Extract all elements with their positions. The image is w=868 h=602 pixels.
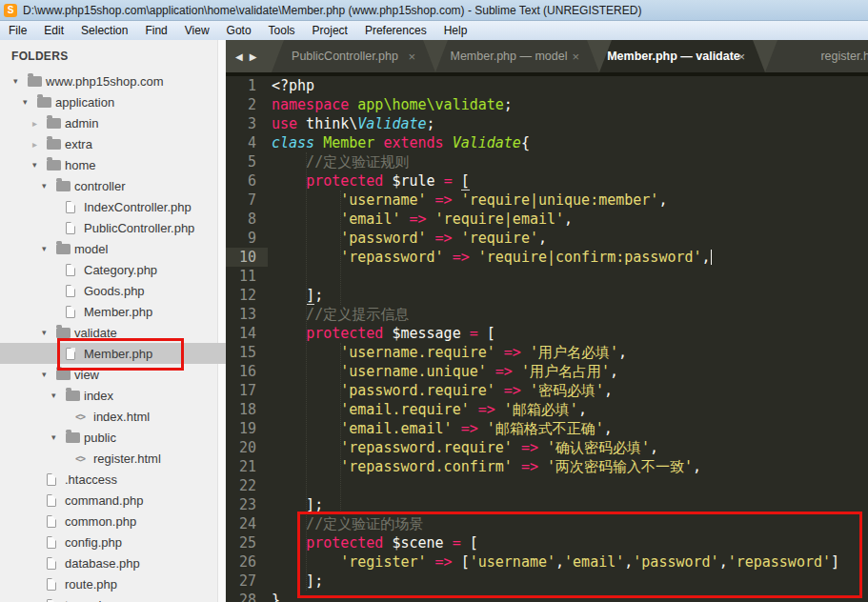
collapse-arrow-icon[interactable]: ▾: [23, 97, 37, 107]
code-line[interactable]: }: [272, 591, 868, 602]
file-icon: [47, 599, 65, 602]
code-line[interactable]: 'email.email' => '邮箱格式不正确',: [272, 419, 868, 438]
line-number: 5: [226, 152, 268, 171]
tree-item-common-php[interactable]: common.php: [0, 511, 226, 532]
code-line[interactable]: 'password' => 'require',: [272, 229, 868, 248]
collapse-arrow-icon[interactable]: ▾: [51, 391, 66, 400]
code-line[interactable]: ];: [272, 495, 868, 514]
title-bar[interactable]: S D:\www.php15shop.com\application\home\…: [0, 0, 868, 21]
collapse-arrow-icon[interactable]: ▾: [13, 76, 28, 86]
tree-item-validate[interactable]: ▾validate: [0, 322, 226, 343]
code-line[interactable]: ];: [272, 572, 868, 591]
tree-item-category-php[interactable]: Category.php: [0, 259, 226, 280]
tab-register-html[interactable]: register.html: [765, 40, 868, 72]
tree-item-public[interactable]: ▾public: [0, 427, 226, 448]
code-line[interactable]: [272, 267, 868, 286]
code-lines[interactable]: <?phpnamespace app\home\validate;use thi…: [272, 76, 868, 602]
line-number: 23: [226, 495, 268, 514]
collapse-arrow-icon[interactable]: ▾: [32, 160, 47, 170]
tree-item-tags-php[interactable]: tags.php: [0, 594, 226, 602]
code-line[interactable]: //定义提示信息: [272, 305, 868, 324]
tab-member-php-validate[interactable]: Member.php — validate×: [599, 40, 765, 72]
tree-item-view[interactable]: ▾view: [0, 364, 226, 385]
code-line[interactable]: ];: [272, 286, 868, 305]
menu-item-find[interactable]: Find: [136, 21, 175, 40]
tree-item-register-html[interactable]: <>register.html: [0, 448, 226, 469]
code-line[interactable]: namespace app\home\validate;: [272, 95, 868, 114]
tree-item-htaccess[interactable]: .htaccess: [0, 469, 226, 490]
menu-item-selection[interactable]: Selection: [72, 21, 136, 40]
folder-icon: [56, 370, 74, 380]
file-icon: [66, 348, 84, 360]
tree-item-index-html[interactable]: <>index.html: [0, 406, 226, 427]
tree-item-controller[interactable]: ▾controller: [0, 175, 226, 196]
code-line[interactable]: protected $message = [: [272, 324, 868, 343]
menu-item-view[interactable]: View: [176, 21, 218, 40]
line-number: 7: [226, 191, 268, 210]
collapse-arrow-icon[interactable]: ▾: [42, 244, 56, 253]
code-line[interactable]: use think\Validate;: [272, 114, 868, 133]
tab-member-php-model[interactable]: Member.php — model×: [435, 40, 599, 72]
tree-item-label: controller: [74, 179, 125, 193]
tree-item-index[interactable]: ▾index: [0, 385, 226, 406]
tab-publiccontroller-php[interactable]: PublicController.php×: [272, 40, 435, 72]
indent-guide: [340, 191, 341, 305]
tree-item-extra[interactable]: ▸extra: [0, 133, 226, 154]
code-line[interactable]: <?php: [272, 76, 868, 95]
tree-item-publiccontroller-php[interactable]: PublicController.php: [0, 217, 226, 238]
code-line[interactable]: [272, 476, 868, 495]
expand-arrow-icon[interactable]: ▸: [32, 118, 47, 129]
tree-item-member-php[interactable]: Member.php: [0, 343, 226, 364]
code-line[interactable]: 'repassword.require' => '确认密码必填',: [272, 438, 868, 457]
expand-arrow-icon[interactable]: ▸: [32, 139, 47, 150]
code-line[interactable]: 'username.require' => '用户名必填',: [272, 343, 868, 362]
menu-item-edit[interactable]: Edit: [35, 21, 72, 40]
code-line[interactable]: 'email' => 'require|email',: [272, 210, 868, 229]
code-line[interactable]: 'password.require' => '密码必填',: [272, 381, 868, 400]
tab-close-icon[interactable]: ×: [572, 50, 579, 63]
tree-item-config-php[interactable]: config.php: [0, 532, 226, 552]
collapse-arrow-icon[interactable]: ▾: [42, 181, 56, 191]
menu-item-file[interactable]: File: [0, 21, 35, 40]
tab-close-icon[interactable]: ×: [408, 50, 415, 63]
tree-item-application[interactable]: ▾application: [0, 91, 226, 112]
tree-item-label: register.html: [93, 452, 161, 466]
code-editor[interactable]: 1234567891011121314151617181920212223242…: [226, 76, 868, 602]
collapse-arrow-icon[interactable]: ▾: [42, 370, 56, 379]
tab-close-icon[interactable]: ×: [737, 50, 745, 63]
code-line[interactable]: 'email.require' => '邮箱必填',: [272, 400, 868, 419]
menu-item-tools[interactable]: Tools: [260, 21, 304, 40]
menu-item-help[interactable]: Help: [435, 21, 476, 40]
code-line[interactable]: protected $scene = [: [272, 533, 868, 552]
menu-item-project[interactable]: Project: [304, 21, 356, 40]
tab-scroll-left-icon[interactable]: ◀: [235, 51, 243, 62]
code-line[interactable]: 'repassword' => 'require|confirm:passwor…: [272, 248, 868, 267]
tree-item-label: Goods.php: [84, 284, 145, 298]
code-line[interactable]: //定义验证规则: [272, 152, 868, 171]
tree-item-home[interactable]: ▾home: [0, 154, 226, 175]
code-line[interactable]: 'username.unique' => '用户名占用',: [272, 362, 868, 381]
code-line[interactable]: protected $rule = [: [272, 171, 868, 191]
tree-item-goods-php[interactable]: Goods.php: [0, 280, 226, 301]
code-line[interactable]: 'register' => ['username','email','passw…: [272, 552, 868, 572]
tree-item-command-php[interactable]: command.php: [0, 490, 226, 511]
code-line[interactable]: //定义验证的场景: [272, 514, 868, 533]
tree-item-admin[interactable]: ▸admin: [0, 112, 226, 133]
tree-item-indexcontroller-php[interactable]: IndexController.php: [0, 196, 226, 217]
tree-item-route-php[interactable]: route.php: [0, 573, 226, 594]
tree-item-www-php15shop-com[interactable]: ▾www.php15shop.com: [0, 70, 226, 91]
menu-item-preferences[interactable]: Preferences: [356, 21, 435, 40]
tree-item-model[interactable]: ▾model: [0, 238, 226, 259]
tab-bar: ◀ ▶ PublicController.php×Member.php — mo…: [226, 40, 868, 72]
tab-scroll-right-icon[interactable]: ▶: [250, 51, 257, 62]
collapse-arrow-icon[interactable]: ▾: [51, 432, 66, 442]
menu-item-goto[interactable]: Goto: [218, 21, 260, 40]
code-line[interactable]: class Member extends Validate{: [272, 133, 868, 152]
tree-item-label: common.php: [65, 514, 136, 529]
tree-item-member-php[interactable]: Member.php: [0, 301, 226, 322]
code-line[interactable]: 'repassword.confirm' => '两次密码输入不一致',: [272, 457, 868, 476]
folder-icon: [37, 97, 55, 108]
collapse-arrow-icon[interactable]: ▾: [42, 328, 56, 337]
code-line[interactable]: 'username' => 'require|unique:member',: [272, 191, 868, 210]
tree-item-database-php[interactable]: database.php: [0, 552, 226, 573]
